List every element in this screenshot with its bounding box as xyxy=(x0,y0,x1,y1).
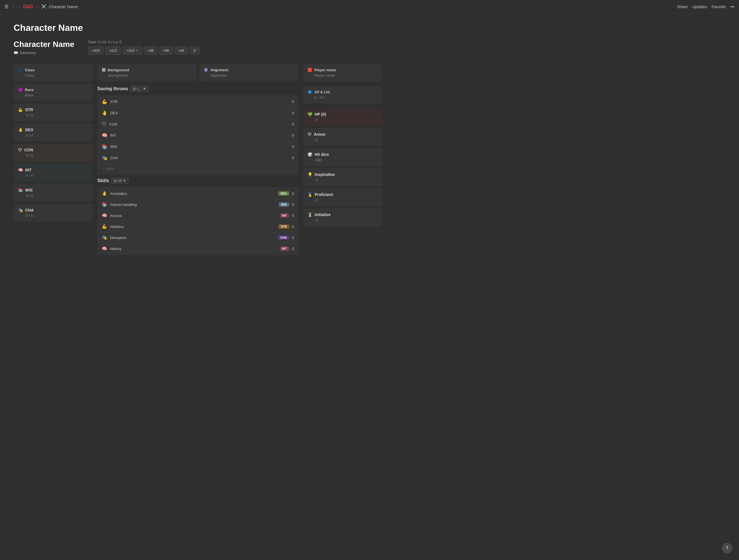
skills-filter-icon: ⊞ xyxy=(114,179,117,183)
background-label: 🖼 Background xyxy=(102,68,192,72)
skill-acrobatics: 🤚 Acrobatics DEX 0 xyxy=(97,188,299,199)
skills-filter-label: All xyxy=(118,179,122,183)
d4-button[interactable]: +d4 xyxy=(174,46,188,54)
d10-button[interactable]: +d10 ▼ xyxy=(122,46,142,54)
skills-header: Skills ⊞ All ▼ xyxy=(97,178,299,183)
hit-dice-card: 🎲 Hit dice 0d0 xyxy=(303,148,382,166)
back-button[interactable]: ← xyxy=(11,5,15,9)
armor-icon: 🛡 xyxy=(308,132,312,137)
race-card: 😈 Race Race xyxy=(14,84,93,101)
race-icon: 😈 xyxy=(18,88,23,92)
throw-con-val: 0 xyxy=(292,122,294,126)
skill-animal-handling-val: 0 xyxy=(292,202,294,207)
throw-str-icon: 💪 xyxy=(102,99,108,104)
inspiration-value: 0 xyxy=(308,178,378,182)
alignment-label: 🔮 Alignment xyxy=(203,68,294,72)
int-icon: 🧠 xyxy=(18,168,23,172)
throw-wis-icon: 📚 xyxy=(102,144,108,149)
throw-cha-icon: 🎭 xyxy=(102,155,108,161)
d20-button[interactable]: +d20 xyxy=(88,46,104,54)
saving-throws-new[interactable]: ＋ New xyxy=(97,164,299,173)
throw-str-val: 0 xyxy=(292,100,294,104)
int-value: 0 / 0 xyxy=(18,173,88,178)
skill-athletics-tag: STR xyxy=(279,224,289,229)
dice-totals: Total: 0 | Hi: 0 | Lo: 0 xyxy=(88,40,199,44)
race-label: 😈 Race xyxy=(18,88,88,92)
left-column: 🧥 Class Class 😈 Race Race 💪 STR 0 / xyxy=(14,64,93,255)
updates-button[interactable]: Updates xyxy=(692,5,707,9)
skill-athletics-name: Athletics xyxy=(110,225,279,229)
share-button[interactable]: Share xyxy=(677,5,688,9)
armor-card: 🛡 Armor 0 xyxy=(303,128,382,146)
class-card: 🧥 Class Class xyxy=(14,64,93,82)
skill-deception-icon: 🎭 xyxy=(102,235,107,240)
throw-cha-val: 0 xyxy=(292,156,294,160)
skill-athletics-icon: 💪 xyxy=(102,224,107,229)
con-value: 0 / 0 xyxy=(18,153,88,157)
throw-cha: 🎭 CHA 0 xyxy=(97,152,299,164)
main-content: Character Name Character Name 📖 Backstor… xyxy=(0,14,396,264)
armor-label: 🛡 Armor xyxy=(308,132,378,137)
dice-section: Total: 0 | Hi: 0 | Lo: 0 +d20 +d12 +d10 … xyxy=(88,40,199,54)
filter-label: L... xyxy=(137,87,142,91)
throw-con-name: CON xyxy=(109,122,292,126)
class-label: 🧥 Class xyxy=(18,68,88,72)
throw-con-icon: 🛡 xyxy=(102,122,106,127)
menu-icon[interactable]: ☰ xyxy=(5,4,8,9)
proficient-label: 🏅 Proficient xyxy=(308,192,378,197)
main-grid: 🧥 Class Class 😈 Race Race 💪 STR 0 / xyxy=(14,64,382,255)
background-card: 🖼 Background Background xyxy=(97,64,197,82)
d8-button[interactable]: +d8 xyxy=(144,46,157,54)
skills-filter[interactable]: ⊞ All ▼ xyxy=(111,178,129,183)
skill-acrobatics-val: 0 xyxy=(292,191,294,196)
con-card: 🛡 CON 0 / 0 xyxy=(14,144,93,161)
nav-page-title: Character Name xyxy=(49,5,78,9)
initiative-icon: ⏳ xyxy=(308,213,312,217)
middle-column: 🖼 Background Background 🔮 Alignment Alig… xyxy=(97,64,299,255)
brand-label: D&D xyxy=(23,4,33,9)
initiative-value: 0 xyxy=(308,218,378,222)
more-options-button[interactable]: ••• xyxy=(730,5,734,9)
skill-history-val: 0 xyxy=(292,247,294,251)
skill-history: 🧠 History INT 0 xyxy=(97,243,299,254)
inspiration-icon: 💡 xyxy=(308,172,312,177)
filter-icon: ⊞ xyxy=(133,87,136,91)
character-header: Character Name 📖 Backstory Total: 0 | Hi… xyxy=(14,40,382,55)
dex-icon: 🤚 xyxy=(18,128,23,132)
proficient-value: 0 xyxy=(308,198,378,202)
saving-throws-filter[interactable]: ⊞ L... ▼ xyxy=(130,86,149,92)
skill-arcana: 🧠 Arcana INT 0 xyxy=(97,210,299,221)
str-card: 💪 STR 0 / 0 xyxy=(14,104,93,121)
clear-dice-button[interactable]: 🗑 xyxy=(190,46,199,54)
character-name: Character Name xyxy=(14,40,75,49)
con-label: 🛡 CON xyxy=(18,148,88,152)
alignment-card: 🔮 Alignment Alignment xyxy=(199,64,299,82)
skills-title: Skills xyxy=(97,178,109,183)
throw-dex: 🤚 DEX 0 xyxy=(97,108,299,119)
wis-label: 📚 WIS xyxy=(18,188,88,192)
d6-button[interactable]: +d6 xyxy=(159,46,173,54)
d12-button[interactable]: +d12 xyxy=(105,46,121,54)
backstory-icon: 📖 xyxy=(14,51,18,55)
skill-deception: 🎭 Deception CHA 0 xyxy=(97,232,299,243)
dex-value: 0 / 0 xyxy=(18,133,88,137)
skill-history-icon: 🧠 xyxy=(102,246,107,251)
help-button[interactable]: ? xyxy=(722,543,732,553)
cha-card: 🎭 CHA 0 / 0 xyxy=(14,204,93,222)
skill-arcana-tag: INT xyxy=(280,213,289,218)
right-column: 🟥 Player name Player name 🔷 XP & LVL 0 -… xyxy=(303,64,382,255)
skill-history-name: History xyxy=(110,247,280,251)
favorite-button[interactable]: Favorite xyxy=(712,5,726,9)
initiative-card: ⏳ Initiative 0 xyxy=(303,208,382,226)
throw-int-name: INT xyxy=(110,133,292,137)
player-name-icon: 🟥 xyxy=(308,68,312,72)
backstory-link[interactable]: 📖 Backstory xyxy=(14,51,75,55)
nav-right: Share Updates Favorite ••• xyxy=(677,5,734,9)
filter-chevron: ▼ xyxy=(143,87,146,91)
saving-throws-header: Saving throws ⊞ L... ▼ xyxy=(97,86,299,92)
skill-acrobatics-icon: 🤚 xyxy=(102,191,107,196)
throw-int: 🧠 INT 0 xyxy=(97,130,299,141)
str-icon: 💪 xyxy=(18,108,23,112)
forward-button[interactable]: → xyxy=(17,5,21,9)
dice-row: +d20 +d12 +d10 ▼ +d8 +d6 +d4 🗑 xyxy=(88,46,199,54)
